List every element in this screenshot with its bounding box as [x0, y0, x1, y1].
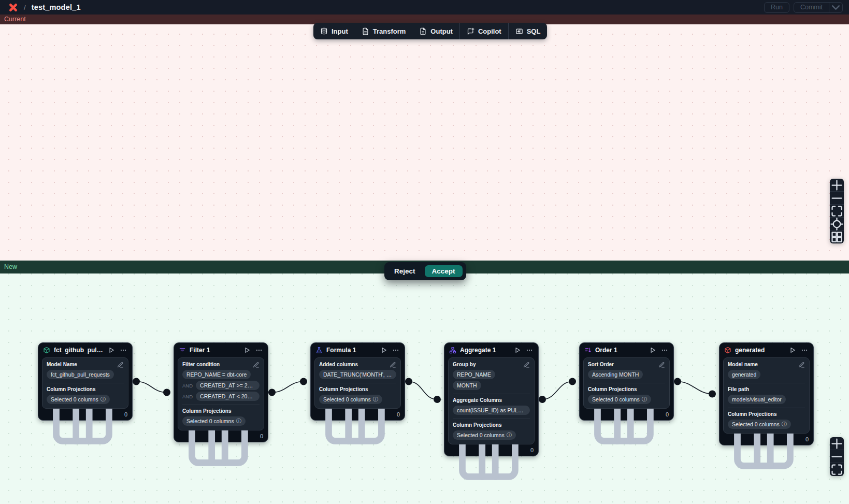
run-node-button[interactable] [649, 346, 657, 354]
play-icon [380, 347, 387, 354]
node-menu-button[interactable] [525, 346, 534, 354]
zoom-out-button[interactable] [830, 450, 844, 463]
edit-node-button[interactable] [117, 362, 124, 368]
value-pill[interactable]: REPO_NAME [453, 370, 495, 379]
edit-node-button[interactable] [523, 362, 530, 368]
run-node-button[interactable] [788, 346, 797, 354]
pill-text: Selected 0 columns [457, 431, 505, 439]
tiles-button[interactable] [830, 231, 844, 243]
run-button[interactable]: Run [764, 2, 789, 13]
zoom-in-button[interactable] [830, 437, 844, 450]
node-menu-button[interactable] [800, 346, 809, 354]
reject-button[interactable]: Reject [388, 265, 422, 277]
value-pill[interactable]: fct_github_pull_requests [47, 370, 114, 379]
edit-node-button[interactable] [798, 362, 805, 368]
value-pill[interactable]: Selected 0 columnsⓘ [319, 395, 382, 404]
chevron-down-icon [829, 2, 842, 13]
node-menu-button[interactable] [119, 346, 127, 354]
value-pill[interactable]: Selected 0 columnsⓘ [182, 416, 246, 426]
node-menu-button[interactable] [392, 346, 400, 354]
run-node-button[interactable] [513, 346, 522, 354]
node-fct-github-pull-requests[interactable]: fct_github_pull_requestsModel Namefct_gi… [38, 342, 133, 421]
node-menu-button[interactable] [660, 346, 669, 354]
review-panel: Reject Accept [384, 262, 466, 280]
section-divider [588, 383, 665, 383]
document-icon [362, 27, 369, 35]
run-node-button[interactable] [107, 346, 116, 354]
node-aggregate-1[interactable]: Aggregate 1Group byREPO_NAMEMONTHAggrega… [444, 342, 539, 456]
value-pill[interactable]: Selected 0 columnsⓘ [453, 430, 516, 440]
value-pill[interactable]: Selected 0 columnsⓘ [588, 395, 651, 404]
value-pill[interactable]: CREATED_AT < 2025-03-01 [196, 392, 260, 401]
pencil-icon [390, 362, 396, 368]
value-pill[interactable]: generated [728, 370, 760, 379]
fit-view-button[interactable] [830, 205, 844, 218]
toolbar-copilot-button[interactable]: Copilot [460, 23, 508, 39]
pill-row: Ascending MONTH [588, 370, 665, 379]
value-pill[interactable]: Ascending MONTH [588, 370, 643, 379]
focus-button[interactable] [830, 218, 844, 231]
toolbar-label: Input [332, 27, 348, 35]
current-canvas[interactable] [0, 24, 849, 261]
panel-right-icon [515, 27, 523, 35]
pill-text: Ascending MONTH [592, 371, 639, 378]
filter-icon [179, 347, 186, 354]
node-filter-1[interactable]: Filter 1Filter conditionREPO_NAME = dbt-… [174, 342, 268, 442]
commit-split-button: Commit [794, 2, 843, 13]
section-label: Column Projections [588, 386, 665, 393]
pill-text: Selected 0 columns [592, 396, 640, 403]
toolbar-label: SQL [527, 27, 541, 35]
run-node-button[interactable] [243, 346, 251, 354]
section-divider [319, 383, 396, 383]
accept-button[interactable]: Accept [425, 265, 463, 277]
section-label: Sort Order [588, 362, 665, 368]
toolbar-transform-button[interactable]: Transform [355, 23, 413, 39]
node-title: Filter 1 [190, 347, 239, 354]
value-pill[interactable]: Selected 0 columnsⓘ [728, 420, 791, 429]
value-pill[interactable]: DATE_TRUNC('MONTH', CREATED_AT… [319, 370, 396, 379]
zoom-out-button[interactable] [830, 192, 844, 205]
value-pill[interactable]: Selected 0 columnsⓘ [47, 395, 110, 404]
node-menu-button[interactable] [255, 346, 263, 354]
value-pill[interactable]: models/visual_editor [728, 395, 786, 404]
toolbar-label: Copilot [478, 27, 501, 35]
node-card: Added columnsDATE_TRUNC('MONTH', CREATED… [314, 357, 401, 409]
tiles-icon [830, 230, 844, 244]
pill-text: Selected 0 columns [323, 396, 371, 403]
toolbar-input-button[interactable]: Input [313, 23, 355, 39]
more-icon [661, 347, 668, 354]
commit-button[interactable]: Commit [794, 3, 829, 12]
value-pill[interactable]: CREATED_AT >= 2024-12-01 [196, 381, 260, 390]
node-footer: 0 [174, 430, 268, 442]
pencil-icon [798, 362, 805, 368]
toolbar-output-button[interactable]: Output [412, 23, 459, 39]
run-node-button[interactable] [380, 346, 388, 354]
fit-view-button[interactable] [830, 463, 844, 476]
edit-node-button[interactable] [253, 362, 260, 368]
info-icon: ⓘ [100, 396, 106, 403]
node-card: Group byREPO_NAMEMONTHAggregate Columnsc… [448, 357, 535, 444]
new-canvas[interactable]: fct_github_pull_requestsModel Namefct_gi… [0, 273, 849, 504]
node-generated[interactable]: generatedModel namegeneratedFile pathmod… [719, 342, 814, 445]
section-label: Group by [453, 362, 530, 368]
column-count: 0 [805, 436, 809, 442]
edit-node-button[interactable] [658, 362, 665, 368]
value-pill[interactable]: MONTH [453, 381, 481, 390]
value-pill[interactable]: REPO_NAME = dbt-core [182, 370, 251, 379]
section-label: Model Name [47, 362, 124, 368]
node-order-1[interactable]: Order 1Sort OrderAscending MONTHColumn P… [579, 342, 674, 421]
zoom-in-button[interactable] [830, 179, 844, 192]
commit-dropdown-button[interactable] [829, 3, 842, 12]
document-icon [419, 27, 427, 35]
info-icon: ⓘ [373, 396, 378, 403]
more-icon [120, 347, 127, 354]
play-icon [649, 347, 656, 354]
node-formula-1[interactable]: Formula 1Added columnsDATE_TRUNC('MONTH'… [310, 342, 405, 421]
info-icon: ⓘ [507, 431, 512, 439]
value-pill[interactable]: count(ISSUE_ID) as PULL_REQUEST_… [453, 406, 530, 415]
node-title: Aggregate 1 [460, 347, 510, 354]
toolbar-sql-button[interactable]: SQL [509, 23, 548, 39]
node-card: Sort OrderAscending MONTHColumn Projecti… [583, 357, 670, 409]
edit-node-button[interactable] [390, 362, 396, 368]
node-card: Filter conditionREPO_NAME = dbt-coreANDC… [178, 357, 264, 430]
